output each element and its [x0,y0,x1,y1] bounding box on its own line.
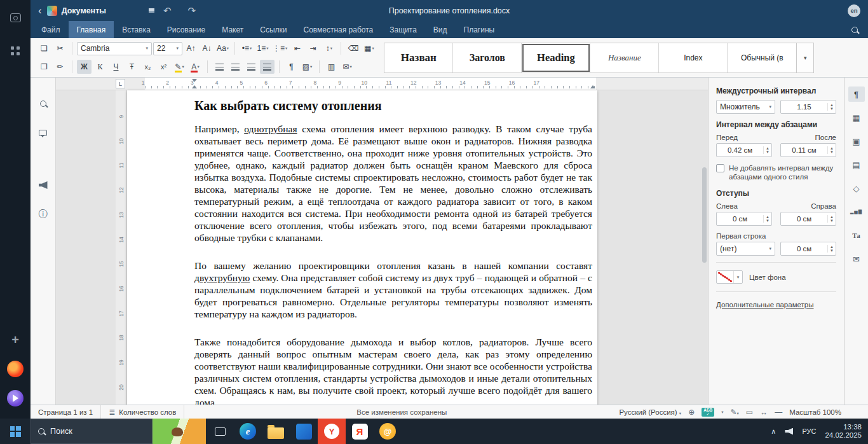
undo-button[interactable]: ↶ [163,6,172,15]
checkbox-box[interactable] [716,164,724,172]
bullet-list-button[interactable]: •≡▾ [240,41,254,55]
align-right-button[interactable] [244,60,259,74]
redo-button[interactable]: ↷ [188,6,196,15]
mail-merge-button[interactable]: ✉▾ [340,60,355,74]
atom-browser-dock-icon[interactable] [5,388,25,408]
dock-add-button[interactable]: + [5,330,25,350]
user-avatar-badge[interactable]: en [848,4,860,17]
format-painter-button[interactable]: ✏ [53,60,67,74]
change-case-button[interactable]: Аа▾ [215,41,230,55]
tab-file[interactable]: Файл [33,21,69,38]
page-number-indicator[interactable]: Страница 1 из 1 [31,405,101,419]
tab-references[interactable]: Ссылки [252,21,295,38]
about-button[interactable]: ⓘ [36,207,51,221]
screenshot-tool-icon[interactable] [5,8,25,28]
font-color-button[interactable]: А▾ [188,60,203,74]
underline-button[interactable]: Ч [109,60,123,74]
tab-layout[interactable]: Макет [214,21,252,38]
no-interval-checkbox[interactable]: Не добавлять интервал между абзацами одн… [716,163,836,181]
taskbar-clock[interactable]: 13:38 24.02.2025 [825,423,862,440]
table-settings-tab[interactable]: ▦ [848,110,865,125]
advanced-settings-link[interactable]: Дополнительные параметры [716,301,814,309]
increase-font-button[interactable]: А↑ [184,41,198,55]
zoom-out-button[interactable]: — [775,408,782,417]
tab-home[interactable]: Главная [69,21,114,38]
zoom-level[interactable]: Масштаб 100% [789,408,841,416]
style-heading-short[interactable]: Заголов [453,43,522,73]
taskbar-search-box[interactable]: Поиск [31,419,153,444]
numbered-list-button[interactable]: 1≡▾ [255,41,270,55]
style-heading-selected[interactable]: Heading [522,43,590,73]
app-logo-icon[interactable] [47,6,57,16]
textart-settings-tab[interactable]: Та [848,228,865,243]
store-taskbar-button[interactable] [290,419,318,444]
paragraph[interactable]: По вашему желанию проектировщики отоплен… [194,260,592,320]
style-normal[interactable]: Обычный (в [728,43,796,73]
stepper-arrows[interactable]: ▲▼ [827,245,836,253]
cut-button[interactable]: ✂ [53,41,67,55]
language-selector[interactable]: Русский (Россия) ▾ [619,408,681,416]
stepper-arrows[interactable]: ▲▼ [763,146,771,154]
tab-view[interactable]: Вид [425,21,456,38]
paste-button[interactable]: ❐ [37,60,51,74]
stepper-arrows[interactable]: ▲▼ [763,215,771,223]
paragraph-settings-tab[interactable]: ¶ [848,87,865,102]
shape-settings-tab[interactable]: ◇ [848,181,865,196]
header-footer-settings-tab[interactable]: ▤ [848,157,865,172]
yandex-browser-taskbar-button[interactable]: Y [318,419,346,444]
columns-button[interactable]: ▥ [324,60,339,74]
stepper-arrows[interactable]: ▲▼ [827,146,836,154]
document-scrollbar[interactable] [702,94,707,399]
yandex-app-taskbar-button[interactable]: Я [346,419,374,444]
comments-button[interactable] [36,126,51,140]
strikethrough-button[interactable]: Ŧ [125,60,139,74]
align-center-button[interactable] [228,60,243,74]
fit-page-button[interactable]: ▭ [746,408,753,417]
decrease-indent-button[interactable]: ⇤ [290,41,304,55]
align-justify-button[interactable] [260,60,275,74]
news-weather-widget[interactable] [153,419,206,444]
styles-gallery-expand-button[interactable]: ▾ [797,43,814,73]
spellcheck-toggle[interactable]: АБВ✓ [702,408,714,417]
document-heading[interactable]: Как выбрать систему отопления [194,99,592,113]
keyboard-language-indicator[interactable]: РУС [802,427,816,435]
line-spacing-button[interactable]: ↕▾ [322,41,336,55]
feedback-button[interactable] [36,178,51,192]
spellcheck-dropdown[interactable]: ▾ [721,410,723,415]
right-indent-marker[interactable] [590,85,595,88]
spellcheck-language-icon[interactable]: ⊕ [688,408,695,417]
mail-merge-settings-tab[interactable]: ✉ [848,251,865,267]
explorer-taskbar-button[interactable] [262,419,290,444]
style-index[interactable]: Index [659,43,728,73]
document-page[interactable]: Как выбрать систему отопления Например, … [127,90,597,405]
decrease-font-button[interactable]: А↓ [200,41,214,55]
italic-button[interactable]: К [93,60,107,74]
copy-button[interactable]: ❏ [37,41,51,55]
chart-settings-tab[interactable]: ▂▅▇ [848,204,865,219]
yandex-browser-dock-icon[interactable] [5,359,25,379]
tab-insert[interactable]: Вставка [114,21,159,38]
tab-draw[interactable]: Рисование [159,21,214,38]
highlight-color-button[interactable]: ✎▾ [172,60,187,74]
font-size-select[interactable]: 22▾ [153,42,182,55]
clear-style-button[interactable]: ⌫ [346,41,360,55]
superscript-button[interactable]: x² [156,60,171,74]
font-name-select[interactable]: Cambria▾ [77,42,152,55]
spacing-after-stepper[interactable]: 0.11 см▲▼ [780,143,836,157]
back-button[interactable]: ‹ [38,5,42,16]
app-name[interactable]: Документы [62,6,106,15]
style-caption[interactable]: Название [590,43,659,73]
paragraph[interactable]: Также понадобится оборудование дымохода … [194,336,592,405]
bold-button[interactable]: Ж [77,60,92,74]
mail-taskbar-button[interactable]: @ [374,419,402,444]
first-line-select[interactable]: (нет)▾ [716,242,775,256]
style-title-short[interactable]: Назван [384,43,453,73]
line-spacing-stepper[interactable]: 1.15▲▼ [780,100,836,114]
volume-icon[interactable] [785,428,793,435]
tab-collaboration[interactable]: Совместная работа [295,21,381,38]
task-view-button[interactable] [206,419,234,444]
vertical-ruler[interactable]: 9101112131415161718192021 [116,90,127,405]
horizontal-ruler[interactable]: L 1234567891011121314151617 [56,78,708,90]
image-settings-tab[interactable]: ▣ [848,134,865,149]
increase-indent-button[interactable]: ⇥ [306,41,320,55]
